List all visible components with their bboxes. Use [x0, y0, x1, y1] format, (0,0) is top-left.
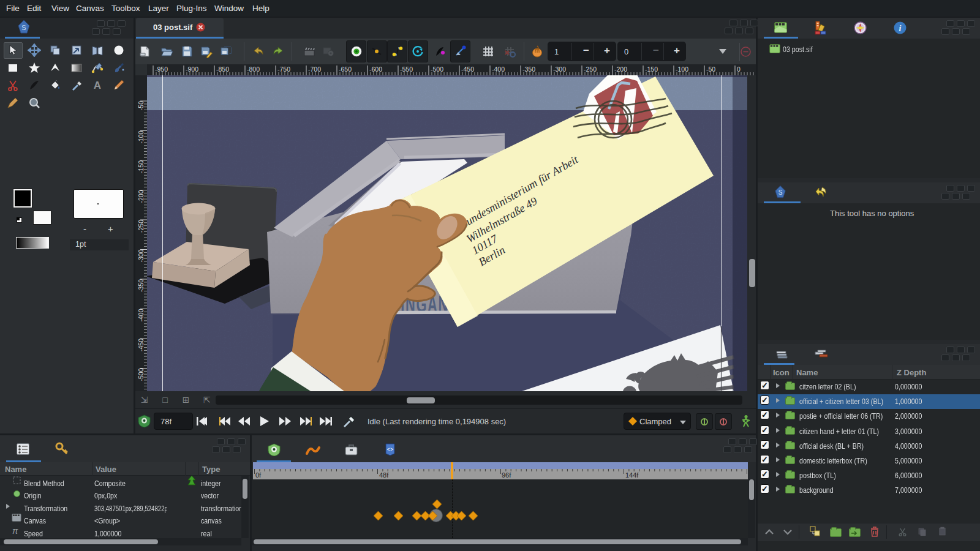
svg-text:-100: -100	[137, 130, 145, 143]
svg-text:-900: -900	[186, 66, 198, 73]
svg-text:S: S	[778, 189, 783, 196]
svg-text:-200: -200	[137, 190, 145, 203]
svg-text:-250: -250	[137, 220, 145, 233]
svg-text:-150: -150	[137, 160, 145, 173]
svg-text:<>: <>	[387, 447, 394, 453]
svg-text:0f: 0f	[255, 471, 262, 479]
svg-text:48f: 48f	[379, 471, 389, 479]
svg-text:-400: -400	[137, 309, 145, 321]
svg-text:96f: 96f	[502, 471, 511, 479]
svg-text:-450: -450	[137, 339, 145, 351]
svg-text:-800: -800	[247, 66, 260, 73]
svg-text:-150: -150	[645, 66, 658, 73]
svg-text:-300: -300	[553, 66, 566, 73]
svg-text:-750: -750	[277, 66, 290, 73]
svg-text:-950: -950	[155, 66, 168, 73]
svg-text:-250: -250	[584, 66, 597, 73]
svg-text:-700: -700	[308, 66, 321, 73]
svg-text:-500: -500	[137, 368, 145, 381]
svg-text:-50: -50	[706, 66, 715, 73]
svg-text:-500: -500	[431, 66, 443, 73]
svg-text:i: i	[899, 24, 902, 33]
svg-text:-350: -350	[522, 66, 535, 73]
svg-text:-450: -450	[461, 66, 474, 73]
svg-text:-100: -100	[676, 66, 688, 73]
svg-text:-50: -50	[137, 101, 145, 110]
svg-text:-650: -650	[339, 66, 352, 73]
svg-text:-550: -550	[400, 66, 413, 73]
svg-text:-850: -850	[216, 66, 229, 73]
svg-text:-350: -350	[137, 279, 145, 292]
svg-text:0: 0	[737, 66, 741, 73]
svg-text:144f: 144f	[625, 471, 639, 479]
svg-text:-400: -400	[492, 66, 505, 73]
svg-text:-200: -200	[614, 66, 627, 73]
svg-text:S: S	[21, 24, 26, 31]
svg-text:-300: -300	[137, 249, 145, 262]
svg-text:-600: -600	[369, 66, 382, 73]
svg-text:A: A	[94, 80, 101, 91]
